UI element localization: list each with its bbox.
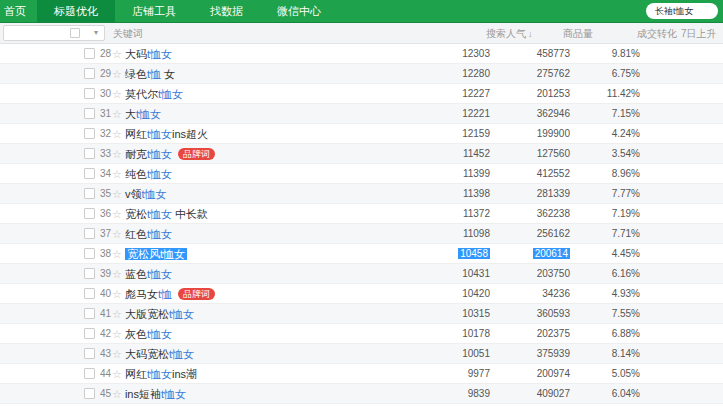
keyword-link[interactable]: 彪马女t恤 [125,288,172,300]
keyword-cell: ☆v领t恤女 [112,187,166,202]
column-header-7day-rise[interactable]: 7日上升 [681,27,717,41]
table-row[interactable]: 37☆红色t恤女110982561627.71% [0,224,723,244]
row-checkbox[interactable] [84,68,95,79]
table-row[interactable]: 32☆网红t恤女ins超火121591999004.24% [0,124,723,144]
row-checkbox[interactable] [84,328,95,339]
table-row[interactable]: 29☆绿色t恤 女122802757626.75% [0,64,723,84]
row-checkbox[interactable] [84,148,95,159]
star-icon[interactable]: ☆ [112,308,122,320]
column-header-goods-count[interactable]: 商品量 [563,27,593,41]
star-icon[interactable]: ☆ [112,108,122,120]
nav-item-2[interactable]: 标题优化 [37,0,115,22]
goods-count-value: 203750 [537,268,570,279]
keyword-link[interactable]: 宽松风t恤女 [125,248,187,260]
row-checkbox[interactable] [84,368,95,379]
keyword-link[interactable]: 大版宽松t恤女 [125,308,194,320]
nav-item-5[interactable]: 微信中心 [260,0,338,22]
keyword-link[interactable]: 灰色t恤女 [125,328,172,340]
search-box[interactable] [646,3,718,19]
star-icon[interactable]: ☆ [112,348,122,360]
row-checkbox[interactable] [84,188,95,199]
table-row[interactable]: 36☆宽松t恤女 中长款113723622387.19% [0,204,723,224]
table-row[interactable]: 28☆大码t恤女123034587739.81% [0,44,723,64]
row-checkbox[interactable] [84,168,95,179]
keyword-link[interactable]: 宽松t恤女 中长款 [125,208,208,220]
conversion-value: 5.05% [612,368,640,379]
keyword-link[interactable]: 大t恤女 [125,108,161,120]
keyword-link[interactable]: 网红t恤女ins潮 [125,368,197,380]
table-row[interactable]: 41☆大版宽松t恤女103153605937.55% [0,304,723,324]
star-icon[interactable]: ☆ [112,228,122,240]
row-number: 33 [100,148,111,159]
table-row[interactable]: 30☆莫代尔t恤女1222720125311.42% [0,84,723,104]
keyword-link[interactable]: 网红t恤女ins超火 [125,128,208,140]
row-checkbox[interactable] [84,308,95,319]
keyword-link[interactable]: 耐克t恤女 [125,148,172,160]
row-checkbox[interactable] [84,108,95,119]
row-checkbox[interactable] [84,388,95,399]
table-row[interactable]: 44☆网红t恤女ins潮99772009745.05% [0,364,723,384]
keyword-cell: ☆蓝色t恤女 [112,267,172,282]
star-icon[interactable]: ☆ [112,88,122,100]
keyword-cell: ☆大码t恤女 [112,47,172,62]
nav-item-1[interactable]: 首页 [0,0,37,22]
row-checkbox[interactable] [84,228,95,239]
keyword-link[interactable]: v领t恤女 [125,188,167,200]
row-checkbox[interactable] [84,88,95,99]
keyword-link[interactable]: 绿色t恤 女 [125,68,175,80]
keyword-table: 28☆大码t恤女123034587739.81%29☆绿色t恤 女1228027… [0,44,723,407]
goods-count-value: 281339 [537,188,570,199]
table-row[interactable]: 45☆ins短袖t恤女98394090276.04% [0,384,723,404]
star-icon[interactable]: ☆ [112,268,122,280]
star-icon[interactable]: ☆ [112,328,122,340]
table-row[interactable]: 34☆纯色t恤女113994125528.96% [0,164,723,184]
select-all-dropdown[interactable]: ▾ [3,25,105,41]
table-row[interactable]: 33☆耐克t恤女品牌词114521275603.54% [0,144,723,164]
column-header-search-popularity[interactable]: 搜索人气↓ [486,27,533,41]
row-checkbox[interactable] [84,128,95,139]
table-row[interactable]: 43☆大码宽松t恤女100513759398.14% [0,344,723,364]
table-row[interactable]: 35☆v领t恤女113982813397.77% [0,184,723,204]
keyword-link[interactable]: 莫代尔t恤女 [125,88,183,100]
nav-item-4[interactable]: 找数据 [193,0,260,22]
star-icon[interactable]: ☆ [112,188,122,200]
search-popularity-value: 10178 [462,328,490,339]
table-row[interactable]: 31☆大t恤女122213629467.15% [0,104,723,124]
row-checkbox[interactable] [84,248,95,259]
star-icon[interactable]: ☆ [112,288,122,300]
column-header-conversion[interactable]: 成交转化 [637,27,677,41]
keyword-link[interactable]: 蓝色t恤女 [125,268,172,280]
keyword-link[interactable]: 大码宽松t恤女 [125,348,194,360]
keyword-segment: t恤女 [147,208,172,220]
star-icon[interactable]: ☆ [112,388,122,400]
table-row[interactable]: 42☆灰色t恤女101782023756.88% [0,324,723,344]
nav-item-3[interactable]: 店铺工具 [115,0,193,22]
row-checkbox[interactable] [84,268,95,279]
row-checkbox[interactable] [84,208,95,219]
star-icon[interactable]: ☆ [112,368,122,380]
sort-desc-icon[interactable]: ↓ [528,29,533,39]
star-icon[interactable]: ☆ [112,168,122,180]
star-icon[interactable]: ☆ [112,48,122,60]
star-icon[interactable]: ☆ [112,128,122,140]
table-row[interactable]: 38☆宽松风t恤女104582006144.45% [0,244,723,264]
select-all-checkbox[interactable] [70,28,80,38]
row-checkbox[interactable] [84,288,95,299]
row-checkbox[interactable] [84,48,95,59]
table-row[interactable]: 39☆蓝色t恤女104312037506.16% [0,264,723,284]
search-input[interactable] [646,6,718,16]
star-icon[interactable]: ☆ [112,208,122,220]
keyword-cell: ☆绿色t恤 女 [112,67,175,82]
table-row[interactable]: 40☆彪马女t恤品牌词10420342364.93% [0,284,723,304]
goods-count-value: 375939 [537,348,570,359]
keyword-link[interactable]: 纯色t恤女 [125,168,172,180]
keyword-link[interactable]: ins短袖t恤女 [125,388,186,400]
star-icon[interactable]: ☆ [112,148,122,160]
star-icon[interactable]: ☆ [112,68,122,80]
goods-count-value: 201253 [537,88,570,99]
keyword-link[interactable]: 红色t恤女 [125,228,172,240]
conversion-value: 6.04% [612,388,640,399]
row-checkbox[interactable] [84,348,95,359]
star-icon[interactable]: ☆ [112,248,122,260]
keyword-link[interactable]: 大码t恤女 [125,48,172,60]
